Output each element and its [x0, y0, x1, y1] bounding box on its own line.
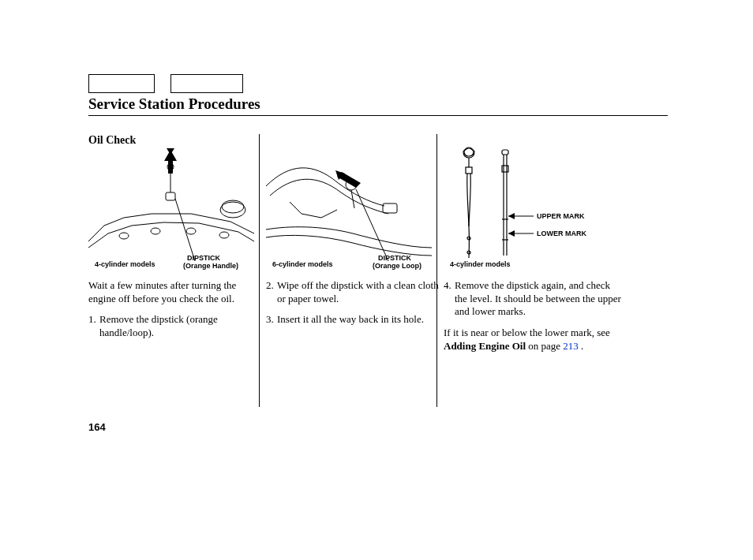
column-1: 4-cylinder models DIPSTICK (Orange Handl… [88, 147, 266, 348]
figure-dipstick-marks: UPPER MARK LOWER MARK 4-cylinder models [444, 147, 609, 271]
page-title: Service Station Procedures [88, 95, 260, 113]
step-2: 2. Wipe off the dipstick with a clean cl… [266, 279, 444, 305]
fig1-model-label: 4-cylinder models [95, 260, 155, 268]
fig3-lower-label: LOWER MARK [537, 230, 586, 237]
fig1-callout-1: DIPSTICK [187, 254, 221, 262]
fig3-model-label: 4-cylinder models [450, 260, 511, 268]
svg-line-15 [356, 189, 388, 261]
step-4-num: 4. [444, 279, 455, 319]
svg-point-2 [186, 228, 196, 234]
svg-point-1 [151, 228, 160, 234]
svg-point-0 [119, 233, 129, 239]
step-4: 4. Remove the dipstick again, and check … [444, 279, 621, 319]
col3-note-mid: on page [526, 340, 563, 352]
step-2-text: Wipe off the dipstick with a clean cloth… [277, 279, 444, 305]
svg-rect-12 [383, 203, 397, 213]
step-2-num: 2. [266, 279, 277, 305]
fig1-callout-2: (Orange Handle) [183, 262, 238, 270]
manual-page: Service Station Procedures Oil Check [0, 0, 753, 560]
step-1: 1. Remove the dipstick (orange handle/lo… [88, 313, 266, 339]
top-tab-left [88, 74, 155, 93]
svg-point-4 [220, 202, 245, 218]
svg-rect-22 [502, 150, 508, 155]
fig2-model-label: 6-cylinder models [272, 260, 333, 268]
top-tab-right [170, 74, 243, 93]
svg-marker-29 [508, 213, 515, 219]
svg-marker-31 [508, 230, 515, 237]
col3-note: If it is near or below the lower mark, s… [444, 327, 621, 353]
fig2-callout-2: (Orange Loop) [373, 262, 421, 270]
page-number: 164 [88, 421, 106, 433]
col3-note-bold: Adding Engine Oil [444, 340, 526, 352]
step-1-num: 1. [88, 313, 99, 339]
figure-6cyl-engine: 6-cylinder models DIPSTICK (Orange Loop) [266, 147, 432, 271]
svg-rect-19 [466, 167, 472, 174]
step-1-text: Remove the dipstick (orange handle/loop)… [99, 313, 266, 339]
step-4-text: Remove the dipstick again, and check the… [455, 279, 621, 319]
column-2: 6-cylinder models DIPSTICK (Orange Loop)… [266, 147, 444, 334]
col3-note-post: . [579, 340, 584, 352]
col3-note-pre: If it is near or below the lower mark, s… [444, 327, 610, 338]
column-3: UPPER MARK LOWER MARK 4-cylinder models … [444, 147, 621, 360]
section-subhead: Oil Check [88, 134, 136, 147]
col1-intro-text: Wait a few minutes after turning the eng… [88, 279, 266, 305]
step-3-num: 3. [266, 313, 277, 327]
figure-4cyl-engine: 4-cylinder models DIPSTICK (Orange Handl… [88, 147, 254, 271]
fig2-callout-1: DIPSTICK [378, 254, 412, 262]
page-link-213[interactable]: 213 [563, 340, 579, 352]
svg-rect-25 [502, 166, 508, 172]
svg-point-3 [219, 232, 229, 238]
step-3-text: Insert it all the way back in its hole. [277, 313, 444, 327]
fig3-upper-label: UPPER MARK [537, 212, 585, 220]
title-rule [88, 115, 668, 116]
svg-rect-6 [166, 192, 175, 200]
svg-line-10 [175, 199, 195, 261]
step-3: 3. Insert it all the way back in its hol… [266, 313, 444, 327]
svg-marker-11 [164, 150, 177, 174]
